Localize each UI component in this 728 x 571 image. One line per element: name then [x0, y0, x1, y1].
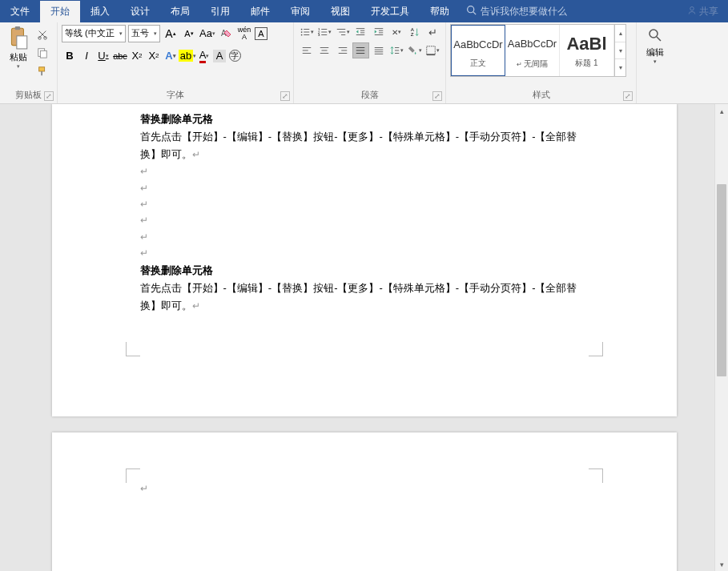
- group-font: 等线 (中文正▾ 五号▾ A▴ A▾ Aa▾ A wénA A B I U▾ a…: [58, 22, 294, 103]
- tab-references[interactable]: 引用: [200, 1, 240, 22]
- align-right-button[interactable]: [334, 42, 352, 58]
- svg-rect-10: [39, 67, 45, 71]
- tab-design[interactable]: 设计: [120, 1, 160, 22]
- style-expand[interactable]: ▾: [615, 59, 625, 76]
- svg-text:3: 3: [318, 33, 320, 37]
- tab-home[interactable]: 开始: [40, 1, 80, 22]
- chevron-down-icon: ▾: [154, 30, 157, 37]
- align-left-button[interactable]: [298, 42, 316, 58]
- superscript-button[interactable]: X2: [146, 48, 162, 64]
- borders-button[interactable]: ▾: [424, 42, 442, 58]
- subscript-button[interactable]: X2: [129, 48, 145, 64]
- char-shading-button[interactable]: A: [213, 50, 226, 62]
- copy-button[interactable]: [34, 45, 50, 61]
- paste-button[interactable]: 粘贴 ▾: [4, 24, 33, 82]
- show-marks-button[interactable]: ↵: [424, 24, 442, 40]
- align-center-button[interactable]: [316, 42, 334, 58]
- style-item-nospace[interactable]: AaBbCcDr ↵ 无间隔: [505, 25, 560, 76]
- group-paragraph: ▾ 123▾ ▾ ✕▾ AZ ↵ ▾ ▾ ▾ 段落 ⤢: [294, 22, 446, 103]
- scroll-up-arrow[interactable]: ▴: [715, 104, 728, 118]
- group-paragraph-label: 段落: [298, 87, 441, 103]
- font-dialog-launcher[interactable]: ⤢: [280, 91, 290, 101]
- tab-insert[interactable]: 插入: [80, 1, 120, 22]
- doc-heading: 替换删除单元格: [140, 264, 213, 276]
- scroll-thumb[interactable]: [717, 184, 726, 376]
- cut-button[interactable]: [34, 26, 50, 42]
- styles-dialog-launcher[interactable]: ⤢: [623, 91, 633, 101]
- tell-me-search[interactable]: 告诉我你想要做什么: [466, 5, 567, 18]
- format-painter-button[interactable]: [34, 63, 50, 79]
- style-item-normal[interactable]: AaBbCcDr 正文: [451, 25, 505, 76]
- scroll-down-arrow[interactable]: ▾: [715, 557, 728, 571]
- menu-tabs: 文件 开始 插入 设计 布局 引用 邮件 审阅 视图 开发工具 帮助: [0, 1, 460, 22]
- ribbon: 粘贴 ▾ 剪贴板 ⤢ 等线 (中文正▾ 五号▾ A▴ A▾ Aa▾ A wénA…: [0, 22, 728, 104]
- clear-format-button[interactable]: A: [218, 26, 234, 42]
- doc-body-text: 首先点击【开始】-【编辑】-【替换】按钮-【更多】-【特殊单元格】-【手动分页符…: [140, 131, 577, 160]
- phonetic-guide-button[interactable]: wénA: [236, 26, 252, 42]
- svg-point-2: [690, 6, 694, 10]
- para-mark: ↵: [140, 212, 589, 228]
- tab-review[interactable]: 审阅: [280, 1, 320, 22]
- page-margin-corner: [589, 342, 603, 356]
- svg-point-15: [301, 31, 303, 33]
- asian-layout-button[interactable]: ✕▾: [388, 24, 406, 40]
- decrease-indent-button[interactable]: [352, 24, 370, 40]
- grow-font-button[interactable]: A▴: [163, 26, 179, 42]
- tab-view[interactable]: 视图: [320, 1, 360, 22]
- shrink-font-button[interactable]: A▾: [181, 26, 197, 42]
- para-mark: ↵: [140, 196, 589, 212]
- chevron-down-icon: ▾: [17, 63, 20, 70]
- para-mark: ↵: [140, 180, 589, 196]
- highlight-button[interactable]: ab▾: [179, 48, 195, 64]
- editing-dropdown[interactable]: 编辑 ▾: [641, 24, 670, 82]
- line-spacing-button[interactable]: ▾: [388, 42, 406, 58]
- shading-button[interactable]: ▾: [406, 42, 424, 58]
- tab-file[interactable]: 文件: [0, 1, 40, 22]
- document-area[interactable]: 替换删除单元格 首先点击【开始】-【编辑】-【替换】按钮-【更多】-【特殊单元格…: [0, 104, 728, 571]
- style-scroll-up[interactable]: ▴: [615, 25, 625, 42]
- group-font-label: 字体: [62, 87, 289, 103]
- multilevel-list-button[interactable]: ▾: [334, 24, 352, 40]
- para-mark: ↵: [140, 481, 589, 497]
- char-border-button[interactable]: A: [255, 27, 267, 40]
- bold-button[interactable]: B: [62, 48, 78, 64]
- document-page-1[interactable]: 替换删除单元格 首先点击【开始】-【编辑】-【替换】按钮-【更多】-【特殊单元格…: [52, 104, 677, 416]
- tab-mail[interactable]: 邮件: [240, 1, 280, 22]
- tab-layout[interactable]: 布局: [160, 1, 200, 22]
- svg-line-1: [473, 12, 476, 14]
- bullet-list-button[interactable]: ▾: [298, 24, 316, 40]
- font-name-select[interactable]: 等线 (中文正▾: [62, 25, 126, 42]
- paragraph-dialog-launcher[interactable]: ⤢: [432, 91, 442, 101]
- style-scroll-down[interactable]: ▾: [615, 42, 625, 60]
- number-list-button[interactable]: 123▾: [316, 24, 334, 40]
- clipboard-dialog-launcher[interactable]: ⤢: [44, 91, 54, 101]
- document-page-2[interactable]: ↵: [52, 432, 677, 571]
- font-size-select[interactable]: 五号▾: [128, 25, 160, 42]
- para-mark: ↵: [140, 245, 589, 261]
- tab-help[interactable]: 帮助: [420, 1, 460, 22]
- enclose-char-button[interactable]: 字: [227, 48, 243, 64]
- svg-rect-57: [427, 46, 436, 55]
- group-styles: AaBbCcDr 正文 AaBbCcDr ↵ 无间隔 AaBl 标题 1 ▴ ▾…: [446, 22, 637, 103]
- sort-button[interactable]: AZ: [406, 24, 424, 40]
- svg-point-17: [301, 34, 303, 36]
- para-mark: ↵: [140, 163, 589, 179]
- style-item-heading1[interactable]: AaBl 标题 1: [560, 25, 614, 76]
- font-color-button[interactable]: A▾: [196, 48, 212, 64]
- italic-button[interactable]: I: [78, 48, 95, 64]
- svg-rect-9: [40, 50, 46, 58]
- align-distribute-button[interactable]: [370, 42, 388, 58]
- change-case-button[interactable]: Aa▾: [199, 26, 215, 42]
- strikethrough-button[interactable]: abc: [112, 48, 128, 64]
- tab-developer[interactable]: 开发工具: [360, 1, 420, 22]
- share-button[interactable]: 共享: [687, 5, 718, 18]
- chevron-down-icon: ▾: [654, 58, 657, 65]
- svg-text:Z: Z: [411, 31, 414, 37]
- text-effects-button[interactable]: A▾: [163, 48, 179, 64]
- increase-indent-button[interactable]: [370, 24, 388, 40]
- underline-button[interactable]: U▾: [95, 48, 111, 64]
- para-mark: ↵: [140, 229, 589, 245]
- align-justify-button[interactable]: [352, 42, 370, 58]
- vertical-scrollbar[interactable]: ▴ ▾: [714, 104, 728, 571]
- group-editing: 编辑 ▾: [637, 22, 674, 103]
